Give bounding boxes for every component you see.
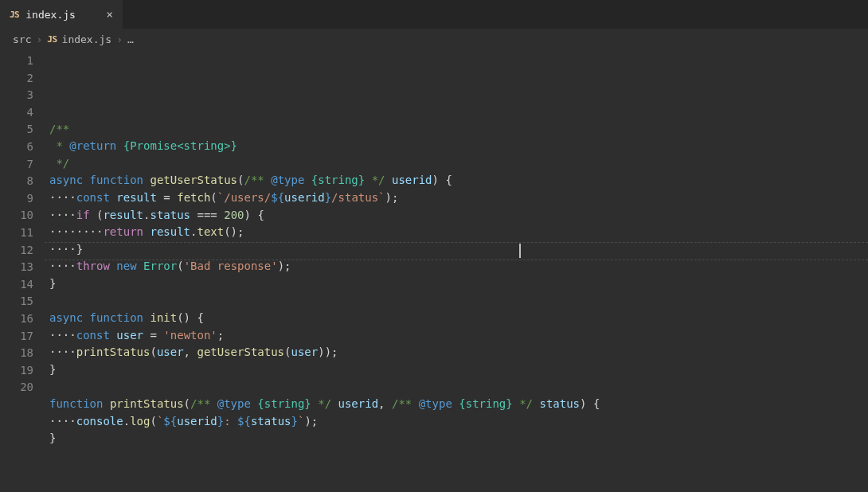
line-number[interactable]: 10 [0, 207, 45, 225]
line-number[interactable]: 5 [0, 121, 45, 139]
line-number[interactable]: 3 [0, 87, 45, 104]
line-number[interactable]: 8 [0, 173, 45, 190]
line-number[interactable]: 2 [0, 70, 45, 88]
code-line[interactable]: ····} [49, 241, 868, 259]
chevron-right-icon: › [36, 33, 42, 45]
code-line[interactable]: } [49, 361, 868, 379]
tab-bar: JS index.js × [0, 0, 868, 29]
line-number[interactable]: 14 [0, 276, 45, 294]
line-number[interactable]: 13 [0, 259, 45, 276]
code-line[interactable]: */ [49, 155, 868, 173]
code-line[interactable] [49, 293, 868, 310]
line-number[interactable]: 7 [0, 156, 45, 174]
line-number[interactable]: 6 [0, 139, 45, 156]
code-line[interactable]: async function getUserStatus(/** @type {… [49, 172, 868, 189]
line-number[interactable]: 17 [0, 328, 45, 346]
code-line[interactable]: async function init() { [49, 310, 868, 327]
code-line[interactable]: ····printStatus(user, getUserStatus(user… [49, 344, 868, 361]
editor[interactable]: 1234567891011121314151617181920 /** * @r… [0, 49, 868, 492]
code-line[interactable]: ····throw new Error('Bad response'); [49, 258, 868, 275]
tab-index-js[interactable]: JS index.js × [0, 0, 123, 29]
tab-label: index.js [25, 9, 76, 21]
code-line[interactable]: ····console.log(`${userid}: ${status}`); [49, 413, 868, 431]
line-number[interactable]: 12 [0, 242, 45, 260]
line-number[interactable]: 19 [0, 362, 45, 380]
line-number[interactable]: 4 [0, 104, 45, 122]
breadcrumb-ellipsis[interactable]: … [127, 33, 134, 45]
js-icon: JS [47, 34, 57, 45]
line-number[interactable]: 16 [0, 310, 45, 328]
line-number[interactable]: 11 [0, 225, 45, 242]
code-line[interactable]: } [49, 430, 868, 447]
code-line[interactable]: ········return result.text(); [49, 224, 868, 241]
code-line[interactable]: } [49, 275, 868, 293]
line-number[interactable]: 1 [0, 53, 45, 70]
line-number-gutter[interactable]: 1234567891011121314151617181920 [0, 49, 45, 492]
close-icon[interactable]: × [107, 9, 113, 20]
code-line[interactable]: function printStatus(/** @type {string} … [49, 396, 868, 413]
js-icon: JS [10, 10, 19, 20]
code-line[interactable]: ····const user = 'newton'; [49, 327, 868, 345]
chevron-right-icon: › [116, 33, 123, 45]
code-line[interactable]: ····const result = fetch(`/users/${useri… [49, 189, 868, 207]
line-number[interactable]: 20 [0, 379, 45, 396]
code-line[interactable]: /** [49, 121, 868, 139]
code-line[interactable] [49, 379, 868, 396]
breadcrumb[interactable]: src › JS index.js › … [0, 29, 868, 49]
code-line[interactable] [49, 103, 868, 121]
code-line[interactable]: ····if (result.status === 200) { [49, 207, 868, 225]
breadcrumb-root[interactable]: src [13, 33, 31, 45]
line-number[interactable]: 15 [0, 293, 45, 310]
code-area[interactable]: /** * @return {Promise<string>} */async … [45, 49, 868, 492]
line-number[interactable]: 18 [0, 345, 45, 362]
text-caret [519, 244, 521, 258]
line-number[interactable]: 9 [0, 190, 45, 208]
code-line[interactable]: * @return {Promise<string>} [49, 138, 868, 155]
breadcrumb-file[interactable]: index.js [62, 33, 112, 45]
